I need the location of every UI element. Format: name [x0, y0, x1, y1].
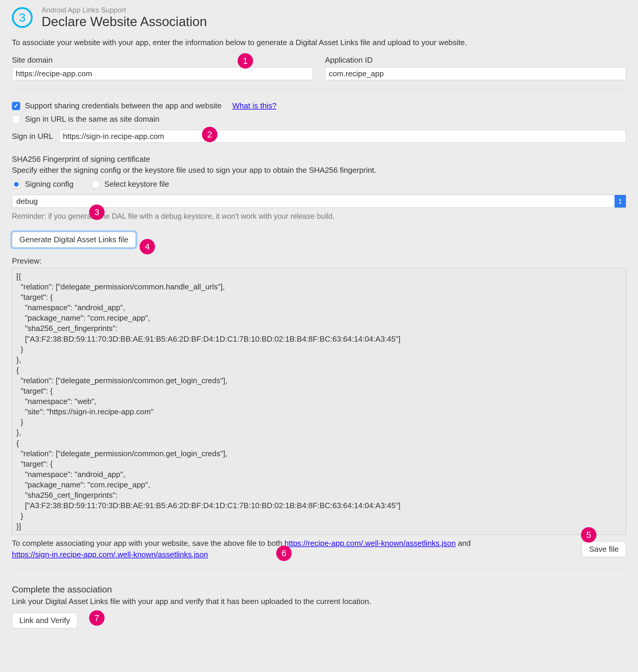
keystore-file-label: Select keystore file: [104, 179, 169, 189]
signing-config-label: Signing config: [25, 179, 73, 189]
signing-config-radio[interactable]: [12, 180, 21, 189]
callout-7: 7: [89, 610, 104, 626]
application-id-input[interactable]: [325, 67, 626, 80]
site-domain-input[interactable]: [12, 67, 313, 80]
sha-desc: Specify either the signing config or the…: [12, 166, 626, 175]
signin-url-input[interactable]: [59, 130, 626, 143]
same-as-domain-checkbox[interactable]: [12, 115, 20, 123]
complete-desc: Link your Digital Asset Links file with …: [12, 597, 626, 606]
share-credentials-label: Support sharing credentials between the …: [25, 101, 222, 110]
application-id-label: Application ID: [325, 55, 626, 65]
link-and-verify-button[interactable]: Link and Verify: [12, 613, 78, 628]
save-instr-middle: and: [456, 539, 471, 548]
preview-output: [{ "relation": ["delegate_permission/com…: [12, 268, 626, 535]
intro-text: To associate your website with your app,…: [12, 38, 626, 47]
save-file-button[interactable]: Save file: [582, 541, 626, 557]
what-is-this-link[interactable]: What is this?: [232, 101, 276, 110]
share-credentials-checkbox[interactable]: [12, 102, 20, 110]
select-arrows-icon: ▲▼: [615, 195, 626, 207]
debug-reminder: Reminder: if you generate the DAL file w…: [12, 212, 626, 221]
generate-dal-button[interactable]: Generate Digital Asset Links file: [12, 232, 136, 247]
keystore-file-radio[interactable]: [91, 180, 100, 189]
same-as-domain-label: Sign in URL is the same as site domain: [25, 115, 160, 124]
complete-title: Complete the association: [12, 584, 626, 595]
signing-config-select[interactable]: debug ▲▼: [12, 195, 626, 208]
callout-4: 4: [139, 239, 155, 254]
assetlinks-url-2[interactable]: https://sign-in.recipe-app.com/.well-kno…: [12, 550, 208, 559]
site-domain-label: Site domain: [12, 55, 313, 65]
signing-config-value: debug: [16, 197, 38, 206]
page-title: Declare Website Association: [41, 14, 207, 29]
preview-label: Preview:: [12, 256, 626, 266]
signin-url-label: Sign in URL: [12, 132, 53, 141]
save-instr-prefix: To complete associating your app with yo…: [12, 539, 285, 548]
sha-title: SHA256 Fingerprint of signing certificat…: [12, 155, 626, 164]
assetlinks-url-1[interactable]: https://recipe-app.com/.well-known/asset…: [285, 539, 456, 548]
breadcrumb: Android App Links Support: [41, 6, 207, 14]
step-badge: 3: [12, 7, 33, 28]
